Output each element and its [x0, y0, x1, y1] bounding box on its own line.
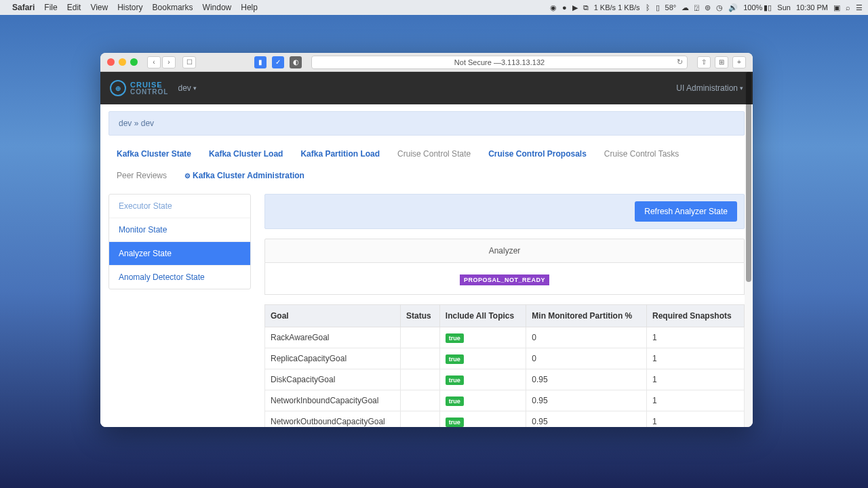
- phone-icon[interactable]: ▯: [656, 3, 660, 12]
- dropbox-icon[interactable]: ⧉: [583, 3, 589, 12]
- tab-kafka-cluster-administration[interactable]: ⚙Kafka Cluster Administration: [178, 167, 311, 184]
- cell-status: [401, 327, 440, 348]
- cell-include: true: [439, 327, 526, 348]
- tabs: Kafka Cluster StateKafka Cluster LoadKaf…: [108, 145, 745, 184]
- cell-req: 1: [646, 390, 744, 411]
- ui-admin-dropdown[interactable]: UI Administration: [676, 83, 743, 93]
- a-icon[interactable]: ▣: [833, 3, 840, 12]
- menubar-edit[interactable]: Edit: [67, 3, 81, 12]
- menubar-help[interactable]: Help: [241, 3, 258, 12]
- true-badge: true: [446, 333, 464, 343]
- tab-cruise-control-state[interactable]: Cruise Control State: [391, 145, 477, 163]
- cell-status: [401, 411, 440, 428]
- bluetooth-icon[interactable]: ᛒ: [646, 3, 650, 12]
- temp: 58°: [665, 3, 677, 12]
- sidebar-toggle[interactable]: ☐: [182, 56, 196, 68]
- tab-cruise-control-proposals[interactable]: Cruise Control Proposals: [481, 145, 593, 163]
- macos-menubar: Safari File Edit View History Bookmarks …: [0, 0, 868, 15]
- main-panel: Refresh Analyzer State Analyzer PROPOSAL…: [264, 194, 745, 427]
- status-icon[interactable]: ◉: [550, 3, 557, 12]
- time: 10:30 PM: [796, 3, 828, 12]
- minimize-button[interactable]: [119, 58, 126, 66]
- close-button[interactable]: [107, 58, 115, 66]
- safari-window: ‹ › ☐ ▮ ✓ ◐ Not Secure — 3.113.13.132 ↻ …: [100, 53, 753, 427]
- table-row: ReplicaCapacityGoaltrue01: [265, 348, 745, 369]
- menubar-file[interactable]: File: [44, 3, 57, 12]
- breadcrumb: dev » dev: [108, 111, 745, 136]
- cell-req: 1: [646, 411, 744, 428]
- action-bar: Refresh Analyzer State: [264, 194, 745, 229]
- tab-kafka-cluster-state[interactable]: Kafka Cluster State: [110, 145, 198, 163]
- breadcrumb-b[interactable]: dev: [141, 119, 154, 128]
- volume-icon[interactable]: 🔊: [728, 3, 738, 12]
- forward-button[interactable]: ›: [162, 56, 176, 68]
- menu-icon[interactable]: ☰: [856, 3, 863, 12]
- table-row: NetworkOutboundCapacityGoaltrue0.951: [265, 411, 745, 428]
- cell-goal: NetworkOutboundCapacityGoal: [265, 411, 401, 428]
- app-logo[interactable]: ⊕ CRUISE CONTROL: [110, 80, 168, 96]
- tab-kafka-partition-load[interactable]: Kafka Partition Load: [294, 145, 387, 163]
- address-prefix: Not Secure —: [454, 58, 501, 66]
- tab-cruise-control-tasks[interactable]: Cruise Control Tasks: [597, 145, 686, 163]
- maximize-button[interactable]: [130, 58, 138, 66]
- address-text: 3.113.13.132: [501, 58, 545, 66]
- refresh-analyzer-button[interactable]: Refresh Analyzer State: [635, 201, 737, 222]
- env-dropdown[interactable]: dev: [178, 83, 196, 93]
- page-content: dev » dev Kafka Cluster StateKafka Clust…: [100, 104, 753, 427]
- status-icon[interactable]: ▶: [572, 3, 578, 12]
- tab-peer-reviews[interactable]: Peer Reviews: [110, 167, 174, 184]
- clock-icon[interactable]: ◷: [716, 3, 723, 12]
- check-icon[interactable]: ✓: [272, 56, 284, 68]
- reload-icon[interactable]: ↻: [677, 58, 683, 66]
- scrollbar[interactable]: [745, 72, 753, 427]
- logo-icon: ⊕: [110, 80, 126, 96]
- cell-req: 1: [646, 348, 744, 369]
- menubar-app[interactable]: Safari: [12, 3, 35, 12]
- status-icon[interactable]: ●: [562, 3, 567, 12]
- gear-icon: ⚙: [184, 172, 191, 180]
- cell-goal: NetworkInboundCapacityGoal: [265, 390, 401, 411]
- table-row: NetworkInboundCapacityGoaltrue0.951: [265, 390, 745, 411]
- new-tab-button[interactable]: +: [732, 56, 746, 68]
- true-badge: true: [446, 418, 464, 427]
- breadcrumb-a[interactable]: dev: [119, 119, 132, 128]
- user-icon[interactable]: ⍰: [694, 3, 699, 12]
- table-row: DiskCapacityGoaltrue0.951: [265, 369, 745, 390]
- menubar-history[interactable]: History: [117, 3, 142, 12]
- share-icon[interactable]: ⇧: [697, 56, 711, 68]
- cell-req: 1: [646, 327, 744, 348]
- cell-status: [401, 348, 440, 369]
- table-row: RackAwareGoaltrue01: [265, 327, 745, 348]
- cell-status: [401, 390, 440, 411]
- menubar-window[interactable]: Window: [203, 3, 232, 12]
- privacy-icon[interactable]: ▮: [254, 56, 267, 68]
- address-bar[interactable]: Not Secure — 3.113.13.132 ↻: [311, 56, 688, 69]
- cell-min: 0: [526, 348, 647, 369]
- cell-status: [401, 369, 440, 390]
- col-required-snapshots: Required Snapshots: [646, 305, 744, 327]
- cell-goal: DiskCapacityGoal: [265, 369, 401, 390]
- col-status: Status: [401, 305, 440, 327]
- menubar-bookmarks[interactable]: Bookmarks: [153, 3, 193, 12]
- app-header: ⊕ CRUISE CONTROL dev UI Administration: [100, 72, 753, 104]
- cell-min: 0.95: [526, 390, 647, 411]
- cell-include: true: [439, 411, 526, 428]
- reader-icon[interactable]: ◐: [290, 56, 302, 68]
- menubar-view[interactable]: View: [90, 3, 108, 12]
- sidebar-item-analyzer-state[interactable]: Analyzer State: [109, 242, 250, 266]
- tabs-icon[interactable]: ⊞: [715, 56, 728, 68]
- back-button[interactable]: ‹: [147, 56, 161, 68]
- tab-kafka-cluster-load[interactable]: Kafka Cluster Load: [202, 145, 290, 163]
- cloud-icon[interactable]: ☁: [682, 3, 689, 12]
- scrollbar-thumb[interactable]: [746, 72, 751, 282]
- cell-goal: ReplicaCapacityGoal: [265, 348, 401, 369]
- wifi-icon[interactable]: ⊚: [705, 3, 711, 12]
- sidebar-item-executor-state[interactable]: Executor State: [109, 195, 250, 218]
- cell-goal: RackAwareGoal: [265, 327, 401, 348]
- net-speed: 1 KB/s 1 KB/s: [594, 3, 640, 12]
- sidebar-item-anomaly-detector-state[interactable]: Anomaly Detector State: [109, 266, 250, 289]
- cell-min: 0.95: [526, 369, 647, 390]
- sidebar-item-monitor-state[interactable]: Monitor State: [109, 218, 250, 242]
- status-row: PROPOSAL_NOT_READY: [264, 263, 745, 295]
- search-icon[interactable]: ⌕: [846, 3, 850, 12]
